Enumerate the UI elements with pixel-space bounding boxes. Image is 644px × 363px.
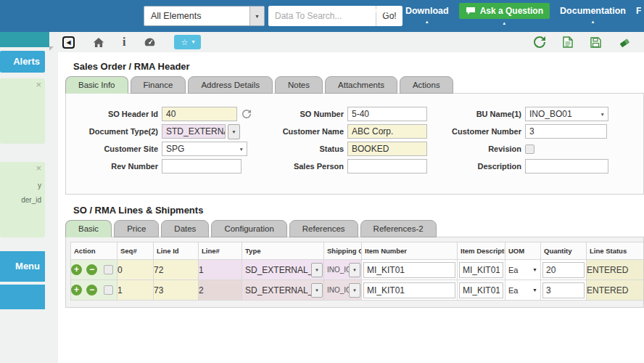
field-label: Status bbox=[255, 144, 347, 153]
dashboard-icon[interactable] bbox=[144, 36, 156, 48]
rev-number-field[interactable] bbox=[162, 159, 242, 174]
chevron-down-icon[interactable]: ▼ bbox=[349, 263, 360, 277]
type-select[interactable]: SD_EXTERNAL_LIN ▼ bbox=[242, 261, 323, 280]
uom-cell: Ea ▼ bbox=[505, 280, 541, 301]
table-header-row: Action Seq# Line Id Line# Type Shipping … bbox=[71, 242, 644, 260]
tab-notes[interactable]: Notes bbox=[275, 76, 323, 94]
item-number-field[interactable] bbox=[363, 282, 455, 298]
uom-select[interactable]: Ea ▼ bbox=[505, 261, 540, 280]
favorites-button[interactable]: ☆ ▾ bbox=[174, 35, 201, 49]
tab-references[interactable]: References bbox=[289, 220, 358, 237]
column-header: Shipping Org bbox=[324, 242, 362, 260]
column-header: Action bbox=[71, 242, 117, 260]
back-button[interactable]: ◀ bbox=[62, 36, 75, 49]
table-row: + − 0 72 1 SD_EXTERNAL_LIN ▼ bbox=[71, 260, 644, 280]
nav-item-ask-a-question[interactable]: Ask a Question ▲ bbox=[459, 4, 550, 25]
sales-person-field[interactable] bbox=[347, 159, 427, 174]
tab-address-details[interactable]: Address Details bbox=[188, 76, 273, 94]
toolbar-right-icons bbox=[534, 32, 631, 52]
nav-item-demo[interactable]: Demo ▲ bbox=[370, 4, 395, 24]
tab-configuration[interactable]: Configuration bbox=[211, 220, 286, 237]
save-icon[interactable] bbox=[590, 37, 601, 48]
shipping-org-select[interactable]: INO_IO ▼ bbox=[324, 281, 361, 300]
document-type-select[interactable]: STD_EXTERNAL ▼ bbox=[162, 124, 240, 139]
report-icon[interactable] bbox=[563, 36, 573, 48]
bu-name-select[interactable]: INO_BO01 ▼ bbox=[525, 107, 608, 121]
item-number-field[interactable] bbox=[363, 262, 455, 278]
item-description-cell bbox=[458, 280, 505, 301]
so-header-id-field[interactable] bbox=[162, 107, 237, 121]
add-row-button[interactable]: + bbox=[71, 264, 82, 275]
basic-info-panel: SO Header Id Document Type(2) STD_EXTERN… bbox=[65, 93, 644, 195]
line-id-cell: 72 bbox=[154, 260, 199, 280]
uom-select[interactable]: Ea ▼ bbox=[505, 281, 540, 300]
tab-dates[interactable]: Dates bbox=[161, 220, 209, 237]
tab-price[interactable]: Price bbox=[114, 220, 159, 237]
row-checkbox[interactable] bbox=[104, 285, 113, 295]
search-input[interactable] bbox=[268, 6, 376, 26]
remove-row-button[interactable]: − bbox=[86, 264, 97, 275]
tab-finance[interactable]: Finance bbox=[131, 76, 186, 94]
revision-checkbox[interactable] bbox=[525, 144, 534, 154]
nav-item-partial[interactable]: F bbox=[636, 4, 641, 17]
topbar-nav: Demo ▲ Download ▲ Ask a Question ▲ Docum… bbox=[370, 4, 641, 25]
tab-attachments[interactable]: Attachments bbox=[325, 76, 397, 94]
remove-row-button[interactable]: − bbox=[86, 285, 97, 295]
lines-section-title: SO / RMA Lines & Shipments bbox=[73, 205, 644, 216]
add-row-button[interactable]: + bbox=[71, 285, 82, 295]
column-header: Line Status bbox=[587, 242, 644, 260]
nav-item-documentation[interactable]: Documentation ▲ bbox=[560, 4, 626, 24]
column-header: Seq# bbox=[117, 242, 154, 260]
so-number-field[interactable] bbox=[347, 107, 427, 121]
action-cell: + − bbox=[71, 280, 117, 301]
tab-actions[interactable]: Actions bbox=[400, 76, 453, 94]
field-label: Rev Number bbox=[66, 162, 162, 171]
chevron-down-icon[interactable]: ▼ bbox=[311, 283, 323, 298]
chevron-down-icon[interactable]: ▼ bbox=[349, 283, 360, 298]
field-label: Customer Number bbox=[425, 127, 525, 136]
type-select[interactable]: SD_EXTERNAL_LIN ▼ bbox=[242, 281, 323, 300]
shipping-org-select[interactable]: INO_IO ▼ bbox=[324, 261, 361, 280]
lines-tabs: Basic Price Dates Configuration Referenc… bbox=[65, 220, 644, 237]
customer-site-select[interactable]: SPG ▼ bbox=[162, 142, 247, 156]
type-cell: SD_EXTERNAL_LIN ▼ bbox=[242, 280, 324, 301]
chevron-down-icon[interactable]: ▼ bbox=[249, 7, 264, 25]
eraser-icon[interactable] bbox=[619, 37, 631, 48]
chevron-down-icon[interactable]: ▼ bbox=[228, 124, 240, 139]
tab-basic-info[interactable]: Basic Info bbox=[65, 76, 128, 94]
alerts-header: Alerts bbox=[0, 51, 45, 73]
chevron-down-icon[interactable]: ▼ bbox=[311, 263, 323, 277]
chevron-down-icon: ▼ bbox=[532, 287, 537, 293]
close-icon[interactable]: × bbox=[36, 79, 41, 90]
sidebar-item-menu[interactable]: Menu bbox=[0, 251, 45, 282]
chevron-down-icon: ▼ bbox=[532, 267, 537, 272]
customer-name-field[interactable] bbox=[347, 124, 427, 139]
item-description-field[interactable] bbox=[459, 262, 503, 278]
description-field[interactable] bbox=[525, 159, 608, 174]
nav-item-download[interactable]: Download ▲ bbox=[405, 4, 449, 24]
close-icon[interactable]: × bbox=[36, 163, 41, 174]
main-content: Sales Order / RMA Header Basic Info Fina… bbox=[58, 52, 644, 363]
home-icon[interactable] bbox=[93, 37, 104, 48]
item-number-cell bbox=[362, 280, 458, 301]
alert-box: × y der_id bbox=[0, 162, 45, 237]
sidebar-collapse-handle[interactable] bbox=[49, 46, 54, 51]
refresh-icon[interactable] bbox=[242, 110, 251, 118]
quantity-field[interactable] bbox=[542, 282, 585, 298]
customer-number-field[interactable] bbox=[525, 124, 607, 139]
seq-cell: 0 bbox=[117, 260, 154, 280]
item-description-field[interactable] bbox=[459, 282, 503, 298]
refresh-icon[interactable] bbox=[534, 36, 545, 48]
caret-up-icon: ▲ bbox=[502, 21, 506, 25]
tab-basic[interactable]: Basic bbox=[65, 220, 112, 237]
star-icon: ☆ bbox=[181, 38, 189, 46]
tab-references-2[interactable]: References-2 bbox=[360, 220, 437, 237]
quantity-field[interactable] bbox=[542, 262, 585, 278]
search-category-select[interactable]: All Elements ▼ bbox=[144, 6, 265, 26]
sidebar-item[interactable] bbox=[0, 285, 45, 309]
info-icon[interactable]: i bbox=[123, 36, 125, 48]
status-field[interactable] bbox=[347, 142, 427, 156]
row-checkbox[interactable] bbox=[104, 265, 113, 274]
item-number-cell bbox=[362, 260, 458, 280]
ask-question-button[interactable]: Ask a Question bbox=[459, 3, 550, 19]
